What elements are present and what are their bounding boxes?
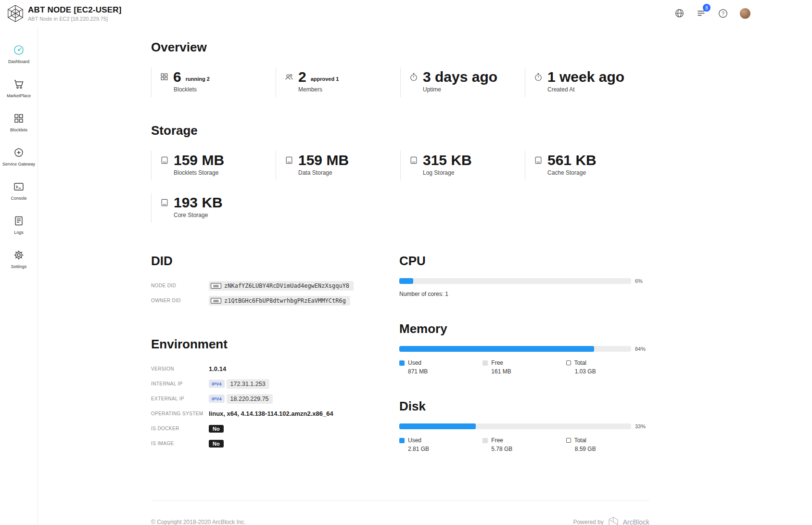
stat-label: Uptime <box>423 86 520 93</box>
stat-value: 561 KB <box>547 152 596 168</box>
legend-value: 2.81 GB <box>408 446 482 452</box>
sidebar-nav: Dashboard MarketPlace Blocklets Service … <box>0 26 38 525</box>
sidebar-item-label: Settings <box>11 264 27 269</box>
disk-progress-track <box>399 423 631 429</box>
storage-drive-icon <box>284 155 294 165</box>
overview-card-created-at: 1 week ago Created At <box>525 67 649 97</box>
ipv4-tag: IPV4 <box>209 380 225 388</box>
settings-gear-icon <box>13 249 25 261</box>
is-image-badge: No <box>209 440 224 448</box>
notifications-button[interactable]: 8 <box>696 8 706 18</box>
node-did-chip[interactable]: DID zNKafYZ6LUBY4RcDVimUad4egwENzXsgquY8 <box>209 281 354 291</box>
os-value: linux, x64, 4.14.138-114.102.amzn2.x86_6… <box>209 410 333 417</box>
free-swatch-icon <box>482 360 488 366</box>
language-button[interactable] <box>674 8 685 18</box>
stat-value: 159 MB <box>298 152 349 168</box>
stat-label: Members <box>298 86 395 93</box>
help-button[interactable]: ? <box>718 8 728 19</box>
cpu-percent-label: 6% <box>634 278 649 284</box>
is-image-row: IS IMAGE No <box>151 436 399 451</box>
overview-cards: 6 running 2 Blocklets 2 approved 1 Membe… <box>151 67 649 97</box>
legend-value: 871 MB <box>408 368 482 375</box>
stat-label: Created At <box>547 86 645 93</box>
disk-progress-fill <box>399 423 476 429</box>
logs-document-icon <box>13 215 25 227</box>
version-value: 1.0.14 <box>209 365 226 372</box>
sidebar-item-marketplace[interactable]: MarketPlace <box>0 71 38 105</box>
powered-by-link[interactable]: Powered by ArcBlock <box>573 516 649 525</box>
kv-label: INTERNAL IP <box>151 381 209 386</box>
svg-text:DID: DID <box>214 284 219 287</box>
stat-value: 6 <box>173 69 181 85</box>
internal-ip-row: INTERNAL IP IPV4 172.31.1.253 <box>151 376 399 391</box>
stopwatch-icon <box>533 72 543 82</box>
owner-did-chip[interactable]: DID z1QtBGHc6FbUP8dtwrhbgPRzEaVMMYCtR6g <box>209 296 350 306</box>
stat-suffix: running 2 <box>186 76 210 85</box>
disk-total: Total 8.59 GB <box>566 437 649 452</box>
internal-ip-value: 172.31.1.253 <box>227 379 269 389</box>
sidebar-item-service-gateway[interactable]: Service Gateway <box>0 140 38 174</box>
kv-label: EXTERNAL IP <box>151 396 209 401</box>
storage-drive-icon <box>160 198 169 207</box>
globe-icon <box>674 8 685 18</box>
stopwatch-icon <box>409 72 419 82</box>
overview-card-members: 2 approved 1 Members <box>276 67 400 97</box>
version-row: VERSION 1.0.14 <box>151 361 399 376</box>
cpu-progress-track <box>399 278 631 284</box>
app-subtitle: ABT Node in EC2 [18.220.229.75] <box>28 16 122 22</box>
ipv4-tag: IPV4 <box>209 395 225 403</box>
storage-card-blocklets: 159 MB Blocklets Storage <box>151 151 276 180</box>
legend-label: Used <box>408 359 421 366</box>
used-swatch-icon <box>399 438 405 443</box>
notification-badge: 8 <box>703 4 710 12</box>
sidebar-item-label: Service Gateway <box>2 162 35 166</box>
header-actions: 8 ? <box>674 8 812 19</box>
members-icon <box>284 72 294 82</box>
console-terminal-icon <box>13 181 25 192</box>
did-icon: DID <box>211 283 221 289</box>
sidebar-item-settings[interactable]: Settings <box>0 242 38 276</box>
svg-text:?: ? <box>722 11 724 16</box>
app-logo[interactable] <box>0 4 28 23</box>
sidebar-item-console[interactable]: Console <box>0 174 38 208</box>
overview-title: Overview <box>151 40 649 55</box>
memory-progress-track <box>399 346 631 352</box>
arcblock-brand-text: ArcBlock <box>623 518 649 525</box>
total-swatch-icon <box>566 360 571 365</box>
kv-label: OPERATING SYSTEM <box>151 411 209 416</box>
sidebar-item-dashboard[interactable]: Dashboard <box>0 37 38 71</box>
svg-text:DID: DID <box>214 299 219 302</box>
node-did-value: zNKafYZ6LUBY4RcDVimUad4egwENzXsgquY8 <box>224 282 349 289</box>
stat-label: Log Storage <box>423 169 520 176</box>
legend-value: 1.03 GB <box>575 368 649 375</box>
memory-progress-fill <box>399 346 594 352</box>
storage-title: Storage <box>151 123 649 138</box>
disk-percent-label: 33% <box>634 423 649 429</box>
cpu-cores-label: Number of cores: 1 <box>399 291 649 297</box>
stat-value: 193 KB <box>174 194 223 210</box>
cart-icon <box>13 78 25 90</box>
legend-value: 161 MB <box>491 368 566 375</box>
storage-card-log: 315 KB Log Storage <box>400 151 525 180</box>
external-ip-value: 18.220.229.75 <box>227 394 273 404</box>
memory-used: Used 871 MB <box>399 359 482 375</box>
user-avatar[interactable] <box>740 8 750 19</box>
kv-label: VERSION <box>151 366 209 371</box>
legend-label: Free <box>491 437 503 444</box>
cpu-title: CPU <box>399 254 649 269</box>
legend-value: 8.59 GB <box>575 446 649 452</box>
sidebar-item-blocklets[interactable]: Blocklets <box>0 105 38 140</box>
storage-drive-icon <box>160 155 169 165</box>
stat-value: 3 days ago <box>423 69 497 85</box>
sidebar-item-label: Console <box>11 196 26 201</box>
memory-gauge: 84% <box>399 346 649 352</box>
used-swatch-icon <box>399 360 405 366</box>
stat-label: Data Storage <box>298 169 395 176</box>
memory-percent-label: 84% <box>634 346 649 352</box>
stat-label: Blocklets <box>174 86 271 93</box>
sidebar-item-logs[interactable]: Logs <box>0 208 38 242</box>
disk-title: Disk <box>399 399 649 414</box>
help-icon: ? <box>718 8 728 19</box>
memory-free: Free 161 MB <box>482 359 566 375</box>
kv-label: OWNER DID <box>151 298 209 303</box>
